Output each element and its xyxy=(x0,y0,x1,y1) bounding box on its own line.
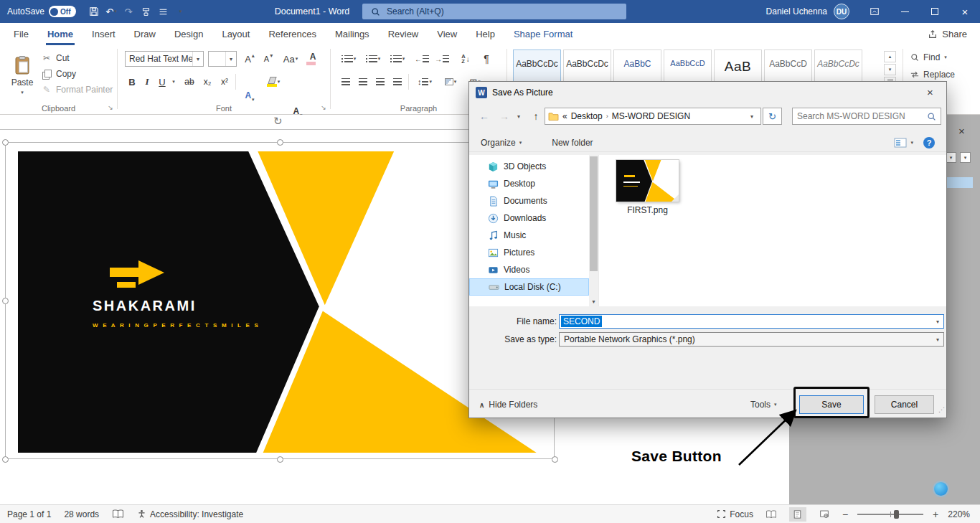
sidebar-item-downloads[interactable]: Downloads xyxy=(469,209,589,227)
zoom-slider-thumb[interactable] xyxy=(894,510,899,519)
replace-button[interactable]: Replace xyxy=(910,70,955,80)
zoom-slider[interactable] xyxy=(857,514,923,515)
cut-button[interactable]: ✂ Cut xyxy=(42,51,70,65)
read-mode-button[interactable] xyxy=(763,507,780,522)
superscript-button[interactable]: x² xyxy=(217,74,232,90)
close-window-button[interactable]: × xyxy=(950,0,980,23)
tab-shape-format[interactable]: Shape Format xyxy=(504,23,582,45)
sidebar-item-local-disk-c[interactable]: Local Disk (C:) xyxy=(469,278,589,296)
align-left-button[interactable] xyxy=(338,74,354,90)
scrollbar-down-icon[interactable]: ▼ xyxy=(589,296,598,306)
tab-layout[interactable]: Layout xyxy=(212,23,259,45)
underline-button[interactable]: U xyxy=(155,74,169,90)
word-count[interactable]: 28 words xyxy=(64,509,99,519)
save-as-type-select[interactable]: Portable Network Graphics (*.png) ▾ xyxy=(559,332,944,347)
sidebar-item-pictures[interactable]: Pictures xyxy=(469,244,589,261)
zoom-in-button[interactable]: + xyxy=(933,509,938,520)
new-folder-button[interactable]: New folder xyxy=(552,138,593,148)
sidebar-item-3d-objects[interactable]: 3D Objects xyxy=(469,158,589,175)
underline-chevron-icon[interactable]: ▾ xyxy=(169,74,178,90)
address-bar[interactable]: « Desktop › MS-WORD DESIGN ▾ xyxy=(545,108,761,125)
user-avatar[interactable]: DU xyxy=(834,4,849,19)
dialog-resize-grip[interactable]: ⋰ xyxy=(936,407,945,416)
minimize-button[interactable] xyxy=(890,0,920,23)
copy-button[interactable]: Copy xyxy=(42,67,76,81)
address-dropdown-icon[interactable]: ▾ xyxy=(746,108,758,124)
focus-mode-button[interactable]: Focus xyxy=(717,509,753,519)
accessibility-status[interactable]: Accessibility: Investigate xyxy=(137,509,243,519)
change-view-button[interactable]: ▾ xyxy=(894,138,913,148)
dialog-titlebar[interactable]: W Save As Picture × xyxy=(469,82,946,103)
tab-view[interactable]: View xyxy=(428,23,466,45)
align-right-button[interactable] xyxy=(372,74,388,90)
selection-handle-bottom-left[interactable] xyxy=(2,456,9,463)
hide-folders-button[interactable]: ∧ Hide Folders xyxy=(479,400,537,410)
text-effects-button[interactable]: A▾ xyxy=(240,90,260,105)
change-case-button[interactable]: Aa▾ xyxy=(280,51,301,67)
dialog-close-button[interactable]: × xyxy=(914,82,946,103)
justify-button[interactable] xyxy=(390,74,405,90)
task-pane-dropdown-2[interactable]: ▾ xyxy=(960,152,971,163)
tab-home[interactable]: Home xyxy=(38,23,83,45)
zoom-level[interactable]: 220% xyxy=(948,509,970,519)
align-center-button[interactable] xyxy=(355,74,371,90)
multilevel-list-button[interactable]: ▾ xyxy=(387,51,408,67)
format-painter-button[interactable]: ✎ Format Painter xyxy=(42,83,113,97)
numbering-button[interactable]: ▾ xyxy=(362,51,384,67)
task-pane-close-icon[interactable]: × xyxy=(958,125,965,137)
sidebar-item-documents[interactable]: Documents xyxy=(469,192,589,209)
selection-handle-top-left[interactable] xyxy=(2,139,9,146)
find-button[interactable]: Find ▾ xyxy=(910,52,947,62)
save-button[interactable]: Save xyxy=(799,395,864,414)
selection-handle-top-center[interactable] xyxy=(277,139,283,146)
line-spacing-button[interactable]: ↕▾ xyxy=(413,74,437,90)
folder-tree-scrollbar[interactable]: ▼ xyxy=(589,155,598,306)
file-name-input[interactable]: SECOND ▾ xyxy=(559,314,944,329)
strikethrough-button[interactable]: ab xyxy=(181,74,198,90)
scrollbar-thumb[interactable] xyxy=(590,156,598,271)
show-paragraph-marks-button[interactable]: ¶ xyxy=(479,51,494,67)
tab-design[interactable]: Design xyxy=(165,23,212,45)
customize-toolbar-icon[interactable] xyxy=(155,2,171,21)
selection-handle-bottom-right[interactable] xyxy=(552,456,558,463)
tab-draw[interactable]: Draw xyxy=(125,23,165,45)
format-painter-quick-icon[interactable] xyxy=(138,2,154,21)
proofing-icon[interactable] xyxy=(112,509,124,519)
maximize-button[interactable] xyxy=(920,0,950,23)
nav-forward-button[interactable]: → xyxy=(496,108,512,125)
file-name-dropdown-icon[interactable]: ▾ xyxy=(932,315,943,328)
italic-button[interactable]: I xyxy=(141,74,154,90)
font-size-chevron-icon[interactable]: ▾ xyxy=(225,52,236,66)
clipboard-dialog-launcher-icon[interactable]: ↘ xyxy=(106,103,115,112)
help-icon[interactable]: ? xyxy=(923,137,935,149)
breadcrumb-current-folder[interactable]: MS-WORD DESIGN xyxy=(612,111,690,121)
save-as-type-dropdown-icon[interactable]: ▾ xyxy=(932,333,943,346)
ribbon-display-options-icon[interactable] xyxy=(859,0,890,23)
font-size-combo[interactable]: ▾ xyxy=(208,51,237,67)
web-layout-button[interactable] xyxy=(816,507,833,522)
user-name[interactable]: Daniel Uchenna xyxy=(766,6,827,17)
font-name-chevron-icon[interactable]: ▾ xyxy=(192,52,203,66)
selection-handle-middle-left[interactable] xyxy=(2,298,9,304)
bold-button[interactable]: B xyxy=(125,74,139,90)
organize-button[interactable]: Organize ▾ xyxy=(481,138,522,148)
tab-mailings[interactable]: Mailings xyxy=(326,23,379,45)
share-button[interactable]: Share xyxy=(928,23,980,45)
rotate-handle-icon[interactable]: ↻ xyxy=(273,115,283,128)
tools-dropdown[interactable]: Tools ▾ xyxy=(750,400,777,410)
nav-back-button[interactable]: ← xyxy=(476,108,492,125)
tab-review[interactable]: Review xyxy=(379,23,428,45)
refresh-button[interactable]: ↻ xyxy=(763,108,782,125)
paste-button[interactable]: Paste ▾ xyxy=(6,48,39,103)
nav-up-button[interactable]: ↑ xyxy=(528,108,544,125)
shading-button[interactable]: ▾ xyxy=(440,74,461,90)
dialog-search-box[interactable]: Search MS-WORD DESIGN xyxy=(792,108,941,125)
zoom-out-button[interactable]: − xyxy=(842,509,848,520)
styles-gallery-down-icon[interactable]: ▾ xyxy=(884,64,896,75)
sidebar-item-music[interactable]: Music xyxy=(469,227,589,244)
styles-gallery-up-icon[interactable]: ▴ xyxy=(884,51,896,62)
page-indicator[interactable]: Page 1 of 1 xyxy=(7,509,51,519)
tab-references[interactable]: References xyxy=(259,23,325,45)
subscript-button[interactable]: x₂ xyxy=(199,74,215,90)
increase-indent-button[interactable]: → xyxy=(433,51,451,67)
